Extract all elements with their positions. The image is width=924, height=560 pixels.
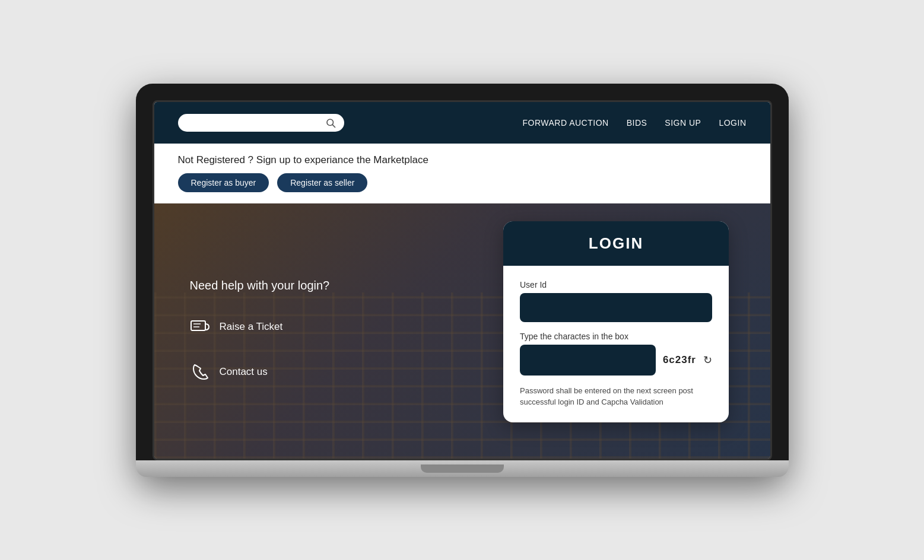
help-heading: Need help with your login? xyxy=(190,279,427,292)
nav-login[interactable]: LOGIN xyxy=(719,118,746,128)
login-panel: LOGIN User Id Type the charactes in the … xyxy=(462,203,770,459)
registration-banner: Not Registered ? Sign up to experiance t… xyxy=(154,144,770,203)
captcha-row: 6c23fr ↻ xyxy=(520,345,712,376)
user-id-field-group: User Id xyxy=(520,280,712,322)
user-id-input[interactable] xyxy=(520,293,712,322)
register-buyer-button[interactable]: Register as buyer xyxy=(178,173,269,192)
register-seller-button[interactable]: Register as seller xyxy=(277,173,367,192)
banner-buttons: Register as buyer Register as seller xyxy=(178,173,747,192)
navigation-bar: FORWARD AUCTION BIDS SIGN UP LOGIN xyxy=(154,102,770,144)
laptop-screen: FORWARD AUCTION BIDS SIGN UP LOGIN Not R… xyxy=(153,100,772,460)
ticket-icon xyxy=(190,316,211,338)
captcha-input[interactable] xyxy=(520,345,656,376)
left-help-panel: Need help with your login? Raise a Ticke… xyxy=(154,203,462,459)
main-content-area: Need help with your login? Raise a Ticke… xyxy=(154,203,770,459)
phone-icon xyxy=(190,361,211,383)
laptop-base xyxy=(136,460,789,477)
contact-us-link[interactable]: Contact us xyxy=(190,361,427,383)
nav-links: FORWARD AUCTION BIDS SIGN UP LOGIN xyxy=(522,118,746,128)
svg-rect-2 xyxy=(191,321,205,330)
captcha-field-group: Type the charactes in the box 6c23fr ↻ xyxy=(520,332,712,376)
search-input[interactable] xyxy=(186,118,320,128)
login-form-body: User Id Type the charactes in the box 6c… xyxy=(503,266,729,422)
refresh-captcha-icon[interactable]: ↻ xyxy=(703,354,712,367)
nav-bids[interactable]: BIDS xyxy=(627,118,647,128)
search-bar[interactable] xyxy=(178,114,344,132)
banner-text: Not Registered ? Sign up to experiance t… xyxy=(178,154,747,166)
contact-us-label: Contact us xyxy=(220,366,268,378)
captcha-label: Type the charactes in the box xyxy=(520,332,712,341)
laptop-frame: FORWARD AUCTION BIDS SIGN UP LOGIN Not R… xyxy=(136,84,789,477)
login-title: LOGIN xyxy=(503,221,729,266)
captcha-code: 6c23fr xyxy=(663,354,696,366)
nav-sign-up[interactable]: SIGN UP xyxy=(665,118,701,128)
nav-forward-auction[interactable]: FORWARD AUCTION xyxy=(522,118,608,128)
search-icon xyxy=(325,117,336,128)
raise-ticket-link[interactable]: Raise a Ticket xyxy=(190,316,427,338)
password-note: Password shall be entered on the next sc… xyxy=(520,385,712,408)
laptop-notch xyxy=(421,464,504,473)
user-id-label: User Id xyxy=(520,280,712,289)
login-card: LOGIN User Id Type the charactes in the … xyxy=(503,221,729,422)
svg-line-1 xyxy=(332,125,335,127)
raise-ticket-label: Raise a Ticket xyxy=(220,321,283,333)
